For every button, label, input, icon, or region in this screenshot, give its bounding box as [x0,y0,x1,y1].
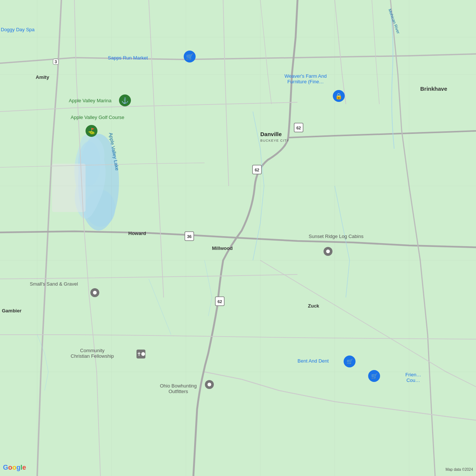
label-apple-valley-marina: Apple Valley Marina [69,98,112,103]
marker-sapps-run[interactable]: 🛒 [184,51,196,62]
shield-rt36: 36 [184,231,194,241]
google-logo: G o o g l e [3,464,26,472]
marker-smalls[interactable] [90,288,99,297]
marker-community-christian[interactable]: ✝ [136,350,145,358]
svg-text:36: 36 [187,234,192,239]
label-friendly-county: Frien…Cou… [405,372,421,383]
marker-golf[interactable]: ⛳ [86,125,97,137]
map-credit: Map data ©2024 [446,467,473,472]
label-sunset-ridge: Sunset Ridge Log Cabins [309,234,363,239]
marker-bent-dent[interactable]: 🛒 [344,356,356,367]
label-weavers-farm: Weaver's Farm AndFurniture (Fine… [284,73,327,84]
svg-text:62: 62 [218,299,222,304]
label-danville: Danville [260,131,282,137]
svg-text:62: 62 [255,168,259,172]
marker-marina[interactable]: ⚓ [119,94,131,106]
shield-rt62-millwood: 62 [215,296,225,306]
shield-rt62-south: 62 [252,165,262,174]
map-container[interactable]: Doggy Day Spa 3 Amity Sapps Run Market 🛒… [0,0,476,476]
svg-text:62: 62 [296,126,301,130]
logo-e: e [22,464,26,472]
label-bent-dent: Bent And Dent [298,358,329,364]
label-ohio-bowhunting: Ohio BowhuntingOutfitters [160,383,197,394]
marker-friendly-county[interactable]: 🛒 [368,370,380,382]
label-sapps-run: Sapps Run Market [108,55,148,61]
logo-g: G [3,464,8,472]
label-smalls-sand: Small's Sand & Gravel [30,281,78,287]
map-svg [0,0,476,476]
svg-rect-3 [52,164,86,212]
marker-sunset-ridge[interactable] [324,247,332,256]
label-community-christian: CommunityChristian Fellowship [71,348,114,359]
marker-weavers-farm[interactable]: 🔒 [333,90,345,102]
marker-ohio-bowhunting[interactable] [205,380,214,389]
shield-rt62-danville: 62 [294,123,303,132]
shield-rt3: 3 [53,59,59,65]
logo-g2: g [16,464,20,472]
label-doggy-day-spa: Doggy Day Spa [1,27,35,32]
logo-o2: o [12,464,16,472]
label-danville-sub: BUCKEYE CITY [260,139,289,142]
label-golf-course: Apple Valley Golf Course [71,115,124,120]
logo-o1: o [8,464,12,472]
